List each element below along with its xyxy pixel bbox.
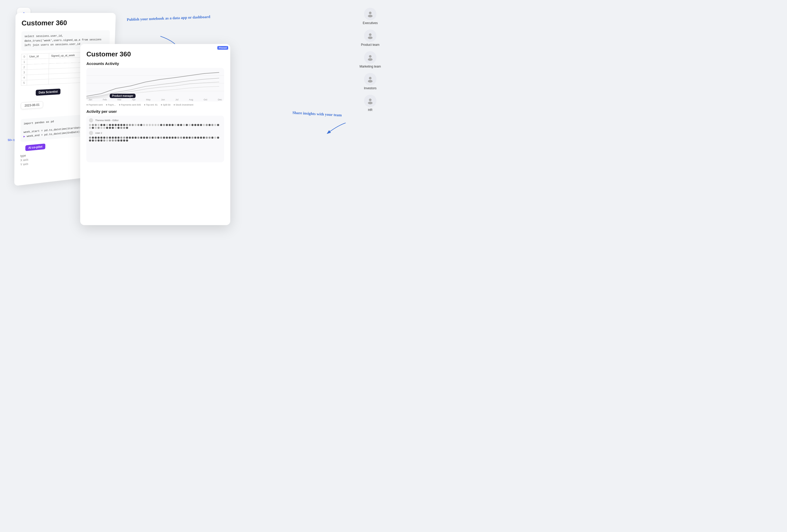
table-cell: 5 bbox=[21, 80, 27, 85]
date-badge-1: 2023-06-01 bbox=[21, 101, 43, 109]
activity-per-user-title: Activity per user bbox=[86, 109, 224, 113]
table-cell: 3 bbox=[21, 70, 27, 75]
svg-point-14 bbox=[369, 12, 371, 14]
activity-grid: Theresa Webb - Editor User 2 bbox=[86, 116, 224, 162]
table-cell: 4 bbox=[21, 75, 27, 80]
dashboard-title: Customer 360 bbox=[86, 50, 224, 58]
audience-marketing[interactable]: Marketing team bbox=[360, 51, 381, 68]
accounts-activity-title: Accounts Activity bbox=[86, 61, 224, 66]
svg-point-23 bbox=[368, 102, 373, 104]
audience-hr[interactable]: HR bbox=[364, 95, 377, 112]
svg-point-20 bbox=[369, 77, 371, 80]
audience-executives[interactable]: Executives bbox=[363, 8, 378, 25]
pinned-badge: Pinned bbox=[217, 46, 228, 50]
executives-label: Executives bbox=[363, 21, 378, 25]
publish-text: Publish your notebook as a data app or d… bbox=[127, 15, 210, 21]
product-team-label: Product team bbox=[361, 43, 379, 47]
table-cell: 2 bbox=[21, 64, 27, 70]
notebook-title: Customer 360 bbox=[21, 19, 110, 27]
table-cell: 1 bbox=[21, 59, 27, 64]
hr-label: HR bbox=[368, 108, 372, 112]
ai-copilot-badge: AI co-pilot bbox=[25, 144, 45, 151]
investors-avatar bbox=[364, 73, 377, 85]
annotation-share: Share insights with your team bbox=[292, 110, 342, 118]
audience-investors[interactable]: Investors bbox=[364, 73, 377, 90]
chart-legend: ● Payment sent ● Paym... ● Payments sent… bbox=[86, 104, 224, 106]
executives-avatar bbox=[364, 8, 377, 20]
svg-point-22 bbox=[369, 99, 371, 101]
marketing-avatar bbox=[364, 51, 377, 64]
product-manager-badge: Product manager bbox=[110, 93, 135, 98]
svg-point-18 bbox=[369, 55, 371, 58]
annotation-publish: Publish your notebook as a data app or d… bbox=[127, 14, 210, 22]
share-arrow bbox=[325, 120, 351, 136]
svg-point-15 bbox=[368, 15, 373, 17]
svg-point-16 bbox=[369, 34, 371, 36]
table-cell: 0 bbox=[21, 54, 27, 59]
marketing-label: Marketing team bbox=[360, 65, 381, 68]
svg-point-19 bbox=[368, 58, 373, 61]
svg-point-17 bbox=[368, 37, 373, 39]
accounts-activity-chart: JanFebMarAprMayJunJulAugOctDec Product m… bbox=[86, 68, 224, 102]
investors-label: Investors bbox=[364, 86, 377, 90]
audience-panel: Executives Product team Marketing team I… bbox=[355, 8, 386, 112]
svg-point-21 bbox=[368, 80, 373, 83]
table-cell bbox=[27, 79, 49, 85]
dashboard-card: Pinned Customer 360 Accounts Activity Ja… bbox=[80, 44, 230, 225]
product-team-avatar bbox=[364, 29, 377, 42]
share-text: Share insights with your team bbox=[292, 110, 342, 117]
audience-product-team[interactable]: Product team bbox=[361, 29, 379, 47]
data-scientist-badge: Data Scientist bbox=[36, 88, 61, 96]
table-cell: User_id bbox=[27, 53, 49, 59]
hr-avatar bbox=[364, 95, 377, 107]
integrations-count: 50+ bbox=[8, 139, 13, 142]
